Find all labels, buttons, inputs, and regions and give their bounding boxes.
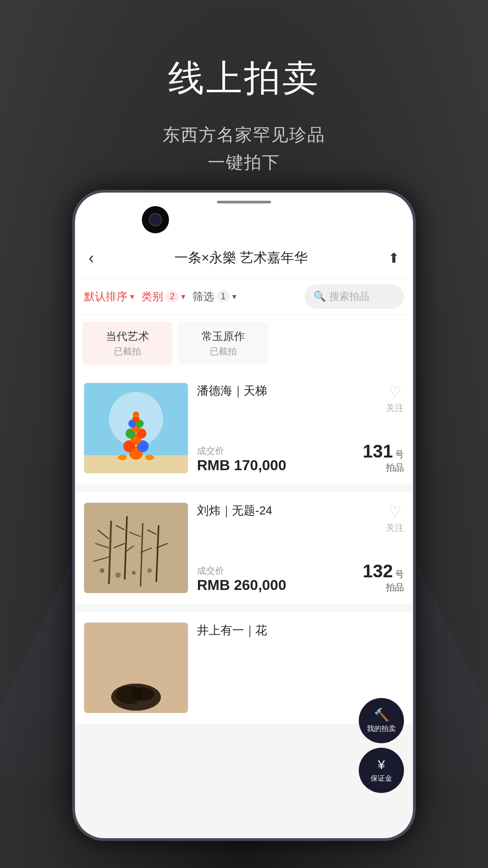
artwork-title-row-3: 井上有一｜花	[197, 623, 404, 638]
artwork-info-2: 刘炜｜无题-24 ♡ 关注 成交价 RMB 260,000	[197, 503, 404, 594]
lot-num-2: 132	[363, 561, 393, 581]
artwork-image-2	[84, 503, 188, 593]
artwork-price-row-1: 成交价 RMB 170,000 131 号 拍品	[197, 414, 404, 474]
category-arrow-icon: ▾	[181, 292, 185, 302]
svg-point-34	[147, 568, 152, 573]
artwork-painting-2	[84, 503, 188, 593]
my-auction-button[interactable]: 🔨 我的拍卖	[359, 698, 404, 743]
search-icon: 🔍	[314, 291, 326, 302]
artwork-title-text-1: 潘德海｜天梯	[197, 383, 267, 399]
artwork-painting-1	[84, 383, 188, 473]
lot-label-1: 拍品	[363, 462, 404, 474]
follow-button-2[interactable]: ♡ 关注	[386, 503, 404, 534]
hero-subtitle-line2: 一键拍下	[0, 149, 488, 176]
share-button[interactable]: ⬆	[388, 250, 399, 266]
follow-label-1: 关注	[386, 402, 404, 414]
artwork-title-text-3: 井上有一｜花	[197, 623, 267, 638]
category-tab-sanyu[interactable]: 常玉原作 已截拍	[178, 322, 268, 365]
status-dots	[217, 201, 271, 203]
lot-label-2: 拍品	[363, 581, 404, 594]
hero-subtitle-line1: 东西方名家罕见珍品	[0, 121, 488, 149]
cat-tab-title-0: 当代艺术	[96, 329, 159, 344]
lot-number-1: 131 号 拍品	[363, 441, 404, 474]
follow-button-1[interactable]: ♡ 关注	[386, 383, 404, 414]
lot-suffix-1: 号	[395, 449, 404, 459]
price-label-2: 成交价	[197, 565, 286, 577]
sort-label: 默认排序	[84, 289, 127, 304]
price-label-1: 成交价	[197, 445, 286, 457]
svg-point-33	[132, 571, 136, 575]
artwork-title-row-2: 刘炜｜无题-24 ♡ 关注	[197, 503, 404, 534]
svg-point-14	[118, 455, 127, 460]
svg-point-15	[145, 455, 154, 460]
sort-arrow-icon: ▾	[130, 292, 134, 302]
category-tab-contemporary[interactable]: 当代艺术 已截拍	[82, 322, 173, 365]
artwork-image-1	[84, 383, 188, 473]
camera-lens	[149, 213, 162, 226]
filter-bar: 默认排序 ▾ 类别 2 ▾ 筛选 1 ▾ 🔍 搜索拍品	[75, 278, 413, 315]
search-placeholder: 搜索拍品	[329, 290, 369, 303]
price-value-1: RMB 170,000	[197, 457, 286, 474]
heart-icon-2: ♡	[389, 503, 402, 520]
artwork-painting-3	[84, 623, 188, 713]
category-filter[interactable]: 类别 2 ▾	[141, 289, 185, 304]
svg-rect-16	[84, 503, 188, 593]
lot-num-1: 131	[363, 441, 393, 461]
auction-label: 我的拍卖	[367, 724, 396, 734]
deposit-label: 保证金	[371, 774, 392, 783]
deposit-icon: ¥	[378, 758, 385, 772]
auction-icon: 🔨	[374, 708, 389, 722]
artwork-price-row-2: 成交价 RMB 260,000 132 号 拍品	[197, 534, 404, 594]
svg-point-32	[115, 572, 121, 578]
cat-tab-status-1: 已截拍	[192, 345, 255, 358]
artwork-image-3	[84, 623, 188, 713]
svg-rect-41	[127, 689, 129, 698]
category-tabs: 当代艺术 已截拍 常玉原作 已截拍	[75, 315, 413, 372]
cat-tab-status-0: 已截拍	[96, 345, 159, 358]
svg-rect-40	[138, 688, 141, 699]
filter-label: 筛选	[192, 289, 214, 304]
page-title: 一条×永樂 艺术嘉年华	[174, 249, 308, 267]
hero-section: 线上拍卖 东西方名家罕见珍品 一键拍下	[0, 0, 488, 176]
artwork-info-1: 潘德海｜天梯 ♡ 关注 成交价 RMB 170,000	[197, 383, 404, 474]
category-badge: 2	[166, 290, 178, 303]
hero-subtitle: 东西方名家罕见珍品 一键拍下	[0, 121, 488, 176]
artwork-title-row-1: 潘德海｜天梯 ♡ 关注	[197, 383, 404, 414]
phone-screen: ‹ 一条×永樂 艺术嘉年华 ⬆ 默认排序 ▾ 类别 2 ▾ 筛选 1 ▾	[75, 193, 413, 838]
fab-container: 🔨 我的拍卖 ¥ 保证金	[359, 698, 404, 793]
cat-tab-title-1: 常玉原作	[192, 329, 255, 344]
filter-arrow-icon: ▾	[232, 292, 236, 302]
phone-mockup: ‹ 一条×永樂 艺术嘉年华 ⬆ 默认排序 ▾ 类别 2 ▾ 筛选 1 ▾	[72, 190, 416, 841]
artwork-title-text-2: 刘炜｜无题-24	[197, 503, 272, 519]
search-box[interactable]: 🔍 搜索拍品	[305, 284, 404, 309]
svg-point-31	[100, 568, 104, 573]
artwork-info-3: 井上有一｜花	[197, 623, 404, 638]
artwork-item-2[interactable]: 刘炜｜无题-24 ♡ 关注 成交价 RMB 260,000	[75, 492, 413, 604]
lot-number-2: 132 号 拍品	[363, 561, 404, 594]
price-value-2: RMB 260,000	[197, 577, 286, 594]
app-header: ‹ 一条×永樂 艺术嘉年华 ⬆	[75, 238, 413, 278]
follow-label-2: 关注	[386, 522, 404, 534]
camera-notch	[142, 206, 169, 233]
artwork-item-1[interactable]: 潘德海｜天梯 ♡ 关注 成交价 RMB 170,000	[75, 372, 413, 485]
filter-badge: 1	[217, 290, 230, 303]
svg-rect-39	[133, 686, 136, 699]
lot-suffix-2: 号	[395, 569, 404, 579]
heart-icon-1: ♡	[389, 383, 402, 400]
app-content: ‹ 一条×永樂 艺术嘉年华 ⬆ 默认排序 ▾ 类别 2 ▾ 筛选 1 ▾	[75, 238, 413, 838]
svg-point-13	[133, 411, 139, 418]
back-button[interactable]: ‹	[89, 249, 94, 268]
category-label: 类别	[141, 289, 163, 304]
hero-title: 线上拍卖	[0, 54, 488, 103]
filter-options[interactable]: 筛选 1 ▾	[192, 289, 236, 304]
sort-filter[interactable]: 默认排序 ▾	[84, 289, 134, 304]
deposit-button[interactable]: ¥ 保证金	[359, 748, 404, 793]
